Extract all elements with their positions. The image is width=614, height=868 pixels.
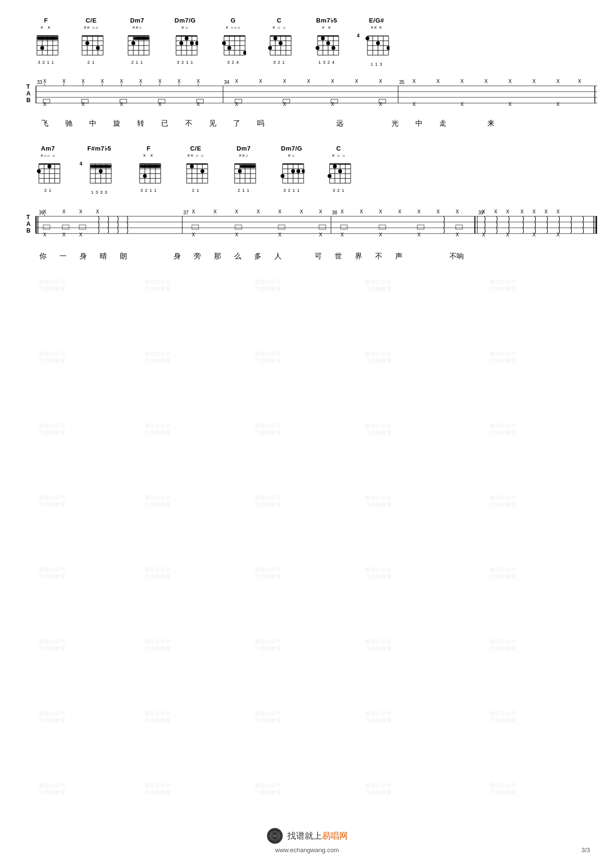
watermark-32: 微信公众号71吉他教室 xyxy=(144,710,171,725)
chord-name-Fsharpm7b5: F#m7♭5 xyxy=(87,145,111,152)
footer: 找谱就上易唱网 www.echangwang.com xyxy=(0,827,614,854)
svg-point-89 xyxy=(331,46,335,50)
svg-text:X: X xyxy=(379,209,382,214)
lyric-r2-19 xyxy=(409,252,442,261)
watermark-3: 微信公众号71吉他教室 xyxy=(254,278,281,293)
watermark-29: 微信公众号71吉他教室 xyxy=(365,638,391,653)
svg-text:35: 35 xyxy=(399,80,405,85)
chord-block-C2: C × ○ ○ 3 2 1 xyxy=(321,145,356,193)
svg-text:X: X xyxy=(82,102,85,107)
svg-point-244 xyxy=(296,169,300,173)
svg-text:X: X xyxy=(307,79,310,84)
svg-text:38: 38 xyxy=(332,210,338,215)
svg-point-243 xyxy=(291,169,295,173)
svg-text:X: X xyxy=(197,79,200,84)
svg-text:X: X xyxy=(62,79,66,84)
footer-url: www.echangwang.com xyxy=(0,846,614,854)
chord-fingers-Am7: 2 1 xyxy=(44,188,52,193)
svg-text:X: X xyxy=(532,79,536,84)
svg-text:X: X xyxy=(544,209,548,214)
lyric-16: 走 xyxy=(431,119,455,128)
lyric-17 xyxy=(455,119,479,128)
svg-rect-329 xyxy=(379,225,386,229)
watermark-5: 微信公众号71吉他教室 xyxy=(489,278,516,293)
svg-point-61 xyxy=(227,46,231,50)
chord-block-Dm7: Dm7 ××○ 2 1 1 xyxy=(119,17,155,65)
svg-text:X: X xyxy=(120,79,123,84)
watermark-30: 微信公众号71吉他教室 xyxy=(489,638,516,653)
svg-point-86 xyxy=(321,36,325,40)
watermark-17: 微信公众号71吉他教室 xyxy=(144,494,171,509)
watermark-39: 微信公众号71吉他教室 xyxy=(365,782,391,797)
page-content: F × × 3 2 1 1 C/E xyxy=(0,0,614,270)
svg-text:X: X xyxy=(235,232,238,237)
svg-point-22 xyxy=(85,41,89,45)
svg-text:X: X xyxy=(278,209,282,214)
svg-text:X: X xyxy=(413,79,416,84)
watermark-9: 微信公众号71吉他教室 xyxy=(365,350,391,365)
svg-rect-327 xyxy=(319,225,326,229)
chord-fingers-G: 3 2 4 xyxy=(227,60,239,65)
svg-point-74 xyxy=(279,41,283,45)
chord-block-Dm7G: Dm7/G ×○ 3 2 1 1 xyxy=(166,17,204,65)
svg-rect-331 xyxy=(456,225,462,229)
chord-mutes-C: × ○ ○ xyxy=(272,25,286,31)
svg-text:X: X xyxy=(257,209,260,214)
chord-block-CE2: C/E ×× ○ ○ 2 1 xyxy=(177,145,215,193)
watermark-38: 微信公众号71吉他教室 xyxy=(254,782,281,797)
chord-fingers-CE2: 2 1 xyxy=(192,188,200,193)
svg-text:X: X xyxy=(417,232,421,237)
svg-text:X: X xyxy=(578,79,581,84)
svg-text:X: X xyxy=(556,79,560,84)
svg-point-88 xyxy=(316,46,319,50)
svg-point-258 xyxy=(328,174,331,178)
svg-text:X: X xyxy=(120,102,123,107)
tab-staff-1: T A B 33 34 35 X xyxy=(24,70,600,118)
chord-mutes-CE2: ×× ○ ○ xyxy=(187,153,204,159)
svg-text:X: X xyxy=(319,232,322,237)
watermark-35: 微信公众号71吉他教室 xyxy=(489,710,516,725)
svg-point-256 xyxy=(333,164,337,168)
watermark-7: 微信公众号71吉他教室 xyxy=(144,350,171,365)
svg-text:X: X xyxy=(96,209,99,214)
svg-text:X: X xyxy=(101,79,104,84)
watermark-31: 微信公众号71吉他教室 xyxy=(38,710,65,725)
chord-block-C: C × ○ ○ 3 2 1 xyxy=(262,17,296,65)
chord-row-2: Am7 ×○○ ○ 2 1 F#m7♭5 xyxy=(29,145,595,195)
chord-name-Dm7-2: Dm7 xyxy=(236,145,251,152)
svg-text:A: A xyxy=(26,90,31,97)
svg-text:X: X xyxy=(62,209,66,214)
chord-block-F: F × × 3 2 1 1 xyxy=(29,17,63,65)
svg-point-101 xyxy=(376,41,380,45)
page-number: 3/3 xyxy=(581,846,590,854)
chord-name-Dm7G-2: Dm7/G xyxy=(281,145,302,152)
chord-diagram-Dm7 xyxy=(124,31,150,59)
watermark-24: 微信公众号71吉他教室 xyxy=(365,566,391,581)
chord-fingers-EGsharp: 1 1 3 xyxy=(370,62,382,67)
chord-fingers-C: 3 2 1 xyxy=(273,60,285,65)
svg-text:B: B xyxy=(26,97,31,104)
watermark-33: 微信公众号71吉他教室 xyxy=(254,710,281,725)
chord-block-EGsharp: E/G# ×× × 4 xyxy=(357,17,396,67)
chord-diagram-Dm7G xyxy=(172,31,198,59)
watermark-1: 微信公众号71吉他教室 xyxy=(38,278,65,293)
svg-text:X: X xyxy=(506,232,509,237)
svg-point-48 xyxy=(190,41,194,45)
svg-text:X: X xyxy=(532,232,536,237)
svg-text:X: X xyxy=(300,209,303,214)
svg-rect-206 xyxy=(140,165,161,168)
lyric-1: 飞 xyxy=(33,119,57,128)
chord-diagram-Dm7-2 xyxy=(231,159,257,187)
lyric-r2-4: 晴 xyxy=(93,252,113,261)
lyric-6: 已 xyxy=(153,119,177,128)
svg-text:X: X xyxy=(482,232,485,237)
chord-fingers-F: 3 2 1 1 xyxy=(38,60,55,65)
svg-text:X: X xyxy=(484,79,488,84)
svg-text:X: X xyxy=(79,209,83,214)
svg-point-75 xyxy=(268,46,272,50)
svg-text:X: X xyxy=(379,102,382,107)
svg-text:X: X xyxy=(520,209,524,214)
watermark-13: 微信公众号71吉他教室 xyxy=(254,422,281,437)
svg-point-35 xyxy=(131,41,135,45)
watermark-11: 微信公众号71吉他教室 xyxy=(38,422,65,437)
